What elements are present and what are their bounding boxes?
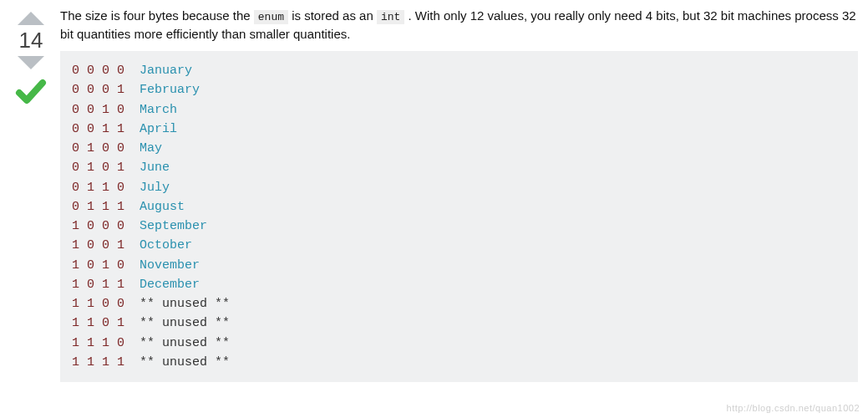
code-row-bits: 1 0 1 1 bbox=[72, 278, 140, 292]
code-row-bits: 1 1 1 0 bbox=[72, 336, 140, 350]
inline-code-int: int bbox=[377, 10, 404, 24]
code-row-label: October bbox=[140, 238, 192, 252]
answer-post: 14 The size is four bytes because the en… bbox=[10, 7, 858, 382]
code-block: 0 0 0 0 January 0 0 0 1 February 0 0 1 0… bbox=[60, 51, 858, 382]
answer-content: The size is four bytes because the enum … bbox=[52, 7, 858, 382]
code-row-bits: 0 0 1 0 bbox=[72, 103, 140, 117]
svg-marker-1 bbox=[18, 56, 44, 69]
accepted-checkmark-icon bbox=[14, 78, 48, 106]
code-row-label: ** unused ** bbox=[140, 355, 230, 370]
code-row-label: November bbox=[140, 258, 200, 273]
answer-text-1: The size is four bytes because the bbox=[60, 8, 254, 23]
code-row-label: ** unused ** bbox=[140, 316, 230, 330]
code-row-label: January bbox=[140, 64, 192, 78]
code-row-bits: 0 1 1 0 bbox=[72, 181, 140, 195]
code-row-bits: 0 0 0 0 bbox=[72, 64, 140, 78]
answer-paragraph: The size is four bytes because the enum … bbox=[60, 7, 858, 43]
code-row-label: September bbox=[140, 219, 207, 233]
code-row-bits: 1 1 0 0 bbox=[72, 297, 140, 311]
vote-score: 14 bbox=[19, 28, 43, 53]
code-row-label: February bbox=[140, 83, 200, 97]
svg-marker-0 bbox=[18, 12, 44, 25]
downvote-button[interactable] bbox=[16, 54, 46, 71]
code-row-bits: 0 0 0 1 bbox=[72, 83, 140, 97]
inline-code-enum: enum bbox=[254, 10, 288, 24]
code-row-label: December bbox=[140, 278, 200, 292]
code-row-label: June bbox=[140, 161, 170, 175]
code-row-bits: 1 0 1 0 bbox=[72, 258, 140, 273]
code-row-bits: 1 1 0 1 bbox=[72, 316, 140, 330]
upvote-button[interactable] bbox=[16, 10, 46, 27]
code-row-bits: 0 1 0 1 bbox=[72, 161, 140, 175]
code-row-label: May bbox=[140, 141, 162, 155]
answer-text-2: is stored as an bbox=[288, 8, 377, 23]
code-row-label: ** unused ** bbox=[140, 336, 230, 350]
vote-column: 14 bbox=[10, 7, 52, 106]
code-row-bits: 0 0 1 1 bbox=[72, 122, 140, 136]
code-row-label: July bbox=[140, 181, 170, 195]
code-row-label: March bbox=[140, 103, 177, 117]
code-row-bits: 1 1 1 1 bbox=[72, 355, 140, 370]
code-row-bits: 1 0 0 0 bbox=[72, 219, 140, 233]
code-row-label: April bbox=[140, 122, 177, 136]
code-row-bits: 0 1 1 1 bbox=[72, 200, 140, 214]
code-row-bits: 0 1 0 0 bbox=[72, 141, 140, 155]
code-row-label: ** unused ** bbox=[140, 297, 230, 311]
code-row-bits: 1 0 0 1 bbox=[72, 238, 140, 252]
code-row-label: August bbox=[140, 200, 185, 214]
